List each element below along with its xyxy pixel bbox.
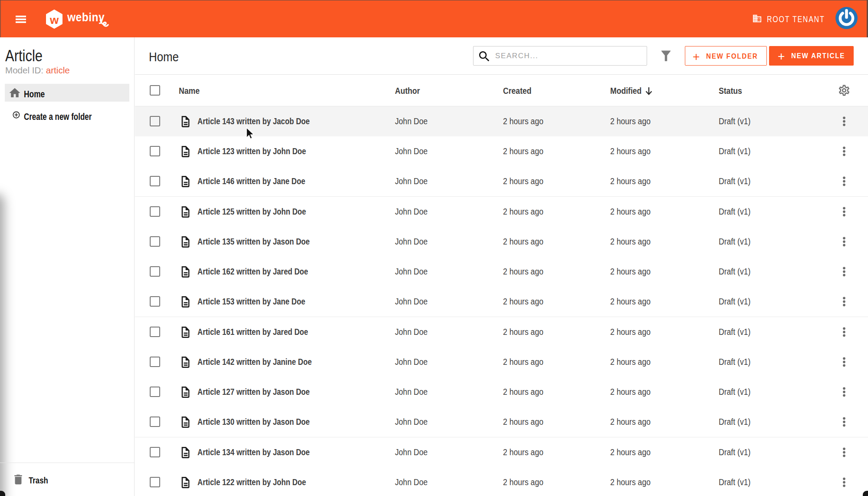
svg-text:w: w bbox=[49, 13, 59, 26]
